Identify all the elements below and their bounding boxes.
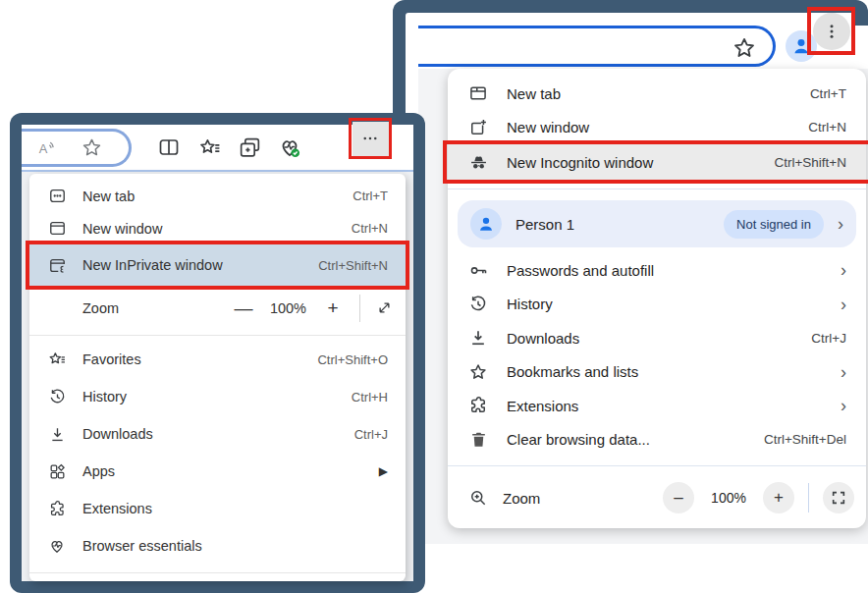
menu-bottom-strip <box>29 578 406 581</box>
fullscreen-icon <box>831 490 846 506</box>
favorites-star-lines-icon <box>47 350 67 369</box>
menu-label: History <box>82 389 336 404</box>
edge-toolbar-buttons <box>149 125 303 170</box>
profile-name: Person 1 <box>515 216 710 233</box>
edge-window-content: A <box>22 125 413 581</box>
bookmark-star-icon[interactable] <box>732 35 757 61</box>
vertical-divider <box>808 483 809 512</box>
menu-label: Favorites <box>82 351 301 367</box>
svg-text:A: A <box>39 140 48 155</box>
chrome-menu-button[interactable] <box>813 13 850 50</box>
red-highlight-box-more <box>807 7 855 55</box>
menu-label: Bookmarks and lists <box>507 363 823 380</box>
favorites-star-lines-icon[interactable] <box>195 134 223 161</box>
menu-separator <box>29 335 406 336</box>
menu-label: Extensions <box>82 501 388 516</box>
chrome-menu: New tab Ctrl+T New window Ctrl+N New Inc… <box>448 69 866 528</box>
menu-item-bookmarks-and-lists[interactable]: Bookmarks and lists › <box>448 355 866 389</box>
menu-shortcut: Ctrl+H <box>352 390 388 404</box>
zoom-in-button[interactable]: + <box>321 297 345 319</box>
menu-item-downloads[interactable]: Downloads Ctrl+J <box>29 415 406 453</box>
menu-shortcut: Ctrl+Shift+N <box>774 155 846 170</box>
menu-label: Browser essentials <box>82 538 388 554</box>
menu-label: History <box>507 296 823 312</box>
zoom-in-button[interactable]: + <box>763 482 794 513</box>
collections-icon[interactable] <box>236 134 263 161</box>
download-icon <box>467 328 489 348</box>
incognito-icon <box>467 152 489 173</box>
edge-menu: New tab Ctrl+T New window Ctrl+N New InP… <box>29 174 406 581</box>
menu-item-downloads[interactable]: Downloads Ctrl+J <box>448 321 866 354</box>
menu-item-clear-browsing-data[interactable]: Clear browsing data... Ctrl+Shift+Del <box>448 423 866 457</box>
menu-item-browser-essentials[interactable]: Browser essentials <box>29 527 406 565</box>
puzzle-icon <box>47 500 67 518</box>
zoom-out-button[interactable]: – <box>663 482 694 513</box>
menu-item-new-window[interactable]: New window Ctrl+N <box>29 212 406 244</box>
red-highlight-box-more <box>349 118 392 159</box>
menu-label: Downloads <box>507 330 793 347</box>
minus-glyph: — <box>234 297 252 318</box>
menu-shortcut: Ctrl+Shift+Del <box>764 432 846 447</box>
fullscreen-button[interactable] <box>823 482 854 513</box>
menu-item-favorites[interactable]: Favorites Ctrl+Shift+O <box>29 341 406 378</box>
zoom-label: Zoom <box>503 490 649 507</box>
menu-item-extensions[interactable]: Extensions › <box>448 389 866 422</box>
browser-essentials-icon[interactable] <box>276 134 303 161</box>
menu-item-new-inprivate-window[interactable]: New InPrivate window Ctrl+Shift+N <box>29 244 406 286</box>
plus-glyph: + <box>327 297 338 318</box>
menu-separator <box>29 572 406 573</box>
menu-zoom-row: Zoom — 100% + <box>29 286 406 330</box>
menu-item-apps[interactable]: Apps ▶ <box>29 453 406 490</box>
menu-separator <box>448 189 866 189</box>
zoom-out-button[interactable]: — <box>232 297 255 319</box>
menu-item-history[interactable]: History Ctrl+H <box>29 378 406 415</box>
menu-shortcut: Ctrl+T <box>810 86 846 101</box>
menu-label: New tab <box>82 189 337 204</box>
diagonal-resize-icon <box>375 298 394 317</box>
apps-grid-icon <box>47 462 67 481</box>
history-icon <box>47 388 67 406</box>
fullscreen-button[interactable] <box>375 298 394 317</box>
three-dot-vertical-icon <box>823 23 841 40</box>
menu-label: New InPrivate window <box>82 257 302 273</box>
menu-item-new-tab[interactable]: New tab Ctrl+T <box>448 77 866 110</box>
menu-item-new-incognito-window[interactable]: New Incognito window Ctrl+Shift+N <box>448 144 866 180</box>
menu-label: Passwords and autofill <box>507 262 823 279</box>
menu-shortcut: Ctrl+Shift+O <box>317 352 388 367</box>
minus-glyph: – <box>674 488 682 508</box>
chrome-toolbar <box>418 26 868 69</box>
edge-window: A <box>10 113 425 593</box>
new-tab-icon <box>467 83 489 103</box>
chrome-window-content: New tab Ctrl+T New window Ctrl+N New Inc… <box>406 13 855 531</box>
read-aloud-icon[interactable]: A <box>35 137 59 159</box>
address-bar-end[interactable]: A <box>22 129 132 167</box>
zoom-value: 100% <box>708 490 749 506</box>
submenu-chevron-icon: › <box>838 215 843 233</box>
split-screen-icon[interactable] <box>155 134 183 161</box>
trash-icon <box>467 430 489 449</box>
heart-pulse-icon <box>47 536 67 556</box>
menu-label: New window <box>507 119 790 135</box>
add-favorite-star-icon[interactable] <box>81 136 103 159</box>
address-bar[interactable] <box>418 26 776 67</box>
edge-menu-button[interactable] <box>353 122 389 156</box>
star-icon <box>467 362 489 382</box>
menu-label: Clear browsing data... <box>507 431 746 448</box>
zoom-magnifier-icon <box>467 488 489 508</box>
menu-separator <box>448 465 866 466</box>
new-window-icon <box>47 219 67 238</box>
submenu-arrow-icon: ▶ <box>379 464 388 478</box>
puzzle-icon <box>467 396 489 415</box>
screenshot-canvas: New tab Ctrl+T New window Ctrl+N New Inc… <box>0 0 868 593</box>
inprivate-icon <box>47 256 67 275</box>
menu-item-history[interactable]: History › <box>448 288 866 321</box>
history-icon <box>467 295 489 314</box>
menu-item-new-tab[interactable]: New tab Ctrl+T <box>29 180 406 212</box>
menu-shortcut: Ctrl+J <box>811 331 846 346</box>
menu-shortcut: Ctrl+N <box>808 120 846 135</box>
menu-item-profile[interactable]: Person 1 Not signed in › <box>458 200 856 247</box>
menu-item-new-window[interactable]: New window Ctrl+N <box>448 110 866 143</box>
menu-item-passwords-and-autofill[interactable]: Passwords and autofill › <box>448 253 866 287</box>
submenu-chevron-icon: › <box>841 363 846 381</box>
menu-item-extensions[interactable]: Extensions <box>29 490 406 527</box>
